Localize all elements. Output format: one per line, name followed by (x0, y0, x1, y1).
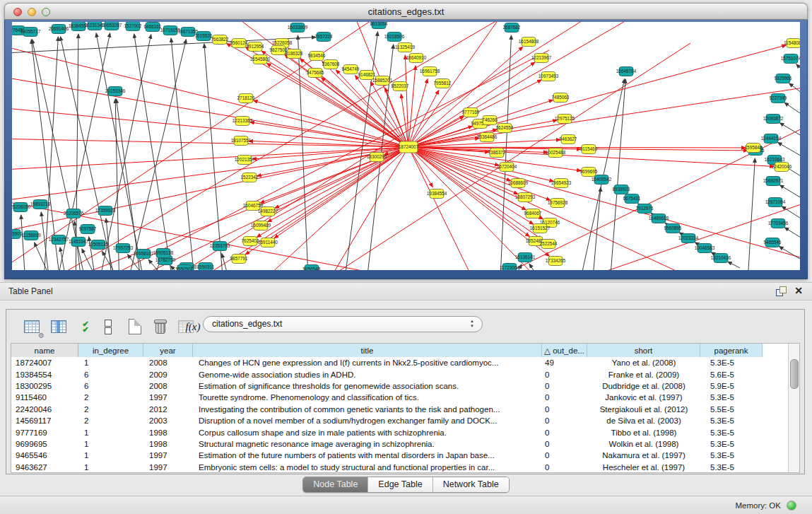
graph-node[interactable]: 9463627 (560, 135, 577, 144)
delete-table-icon[interactable] (151, 317, 170, 337)
graph-node[interactable]: 17703456 (768, 219, 789, 228)
graph-node[interactable]: 15893218 (30, 200, 51, 209)
table-row[interactable]: 946554611997Estimation of the future num… (11, 450, 789, 461)
column-header[interactable]: title (193, 344, 542, 357)
graph-node[interactable]: 3624554 (496, 124, 514, 133)
table-cell[interactable]: Yano et al. (2008) (587, 358, 700, 367)
close-icon[interactable]: ✕ (794, 285, 803, 296)
graph-node[interactable]: 9329966 (775, 74, 792, 83)
table-cell[interactable]: 22420046 (11, 405, 78, 414)
graph-node[interactable]: 19218506 (384, 33, 405, 42)
table-cell[interactable]: 9465546 (11, 451, 78, 460)
graph-node[interactable]: 7485063 (552, 93, 570, 103)
graph-node[interactable]: 20206576 (64, 209, 84, 218)
table-cell[interactable]: Estimation of significance thresholds fo… (193, 382, 542, 390)
table-cell[interactable]: 0 (542, 440, 587, 448)
graph-node[interactable]: 12505135 (88, 240, 109, 250)
table-row[interactable]: 1872400712008Changes of HCN gene express… (11, 357, 789, 368)
graph-node[interactable]: 16958107 (134, 250, 154, 259)
table-cell[interactable]: Nakamura et al. (1997) (587, 451, 700, 460)
table-cell[interactable]: 2 (78, 393, 143, 402)
show-columns-icon[interactable] (49, 317, 69, 337)
table-cell[interactable]: 0 (542, 382, 587, 390)
table-cell[interactable]: 1 (78, 451, 143, 460)
graph-node[interactable]: 16151527 (530, 224, 551, 233)
table-cell[interactable]: 0 (542, 370, 587, 379)
graph-node[interactable]: 3475685 (307, 69, 324, 78)
graph-node[interactable]: 16154808 (519, 37, 539, 47)
table-row[interactable]: 1830029562008Estimation of significance … (11, 380, 789, 392)
graph-node[interactable]: 8813054 (370, 22, 388, 29)
table-cell[interactable]: 1997 (143, 393, 193, 402)
table-cell[interactable]: 1 (78, 428, 143, 437)
graph-node[interactable]: 12975125 (555, 115, 575, 124)
table-cell[interactable]: 0 (542, 405, 587, 414)
graph-node[interactable]: 15885201 (372, 76, 393, 86)
table-cell[interactable]: 9699695 (11, 440, 78, 448)
graph-node[interactable]: 9560895 (664, 224, 682, 233)
graph-node[interactable]: 12353793 (210, 242, 230, 251)
graph-node[interactable]: 7625402 (242, 237, 259, 246)
table-cell[interactable]: 18724007 (11, 358, 78, 367)
table-cell[interactable]: 5.5E-5 (700, 405, 763, 414)
graph-node[interactable]: 9777169 (462, 108, 480, 117)
table-cell[interactable]: 2009 (143, 370, 193, 379)
table-cell[interactable]: 1 (78, 463, 143, 472)
table-cell[interactable]: Tourette syndrome. Phenomenology and cla… (193, 393, 542, 402)
table-cell[interactable]: 0 (542, 393, 587, 402)
graph-node[interactable]: 10653287 (102, 22, 122, 30)
graph-node[interactable]: 11325419 (395, 43, 415, 52)
table-cell[interactable]: 9777169 (11, 428, 78, 437)
graph-node[interactable]: 14055717 (20, 28, 41, 37)
graph-node[interactable]: 16545800 (250, 55, 271, 64)
graph-node[interactable]: 17334265 (546, 257, 566, 266)
graph-node[interactable]: 18724007 (399, 141, 419, 153)
graph-node[interactable]: 17359928 (95, 206, 116, 216)
table-cell[interactable]: 6 (78, 382, 143, 390)
network-window-titlebar[interactable]: citations_edges.txt (4, 3, 808, 20)
table-cell[interactable]: 5.3E-5 (700, 428, 763, 437)
tab-edge-table[interactable]: Edge Table (367, 477, 432, 492)
column-header[interactable]: in_degree (78, 344, 143, 357)
graph-node[interactable]: 2687682 (503, 23, 521, 33)
graph-node[interactable]: 10025488 (546, 148, 566, 158)
graph-node[interactable]: 10973493 (539, 72, 559, 81)
graph-node[interactable]: 10046583 (695, 244, 715, 253)
graph-node[interactable]: 2522544 (540, 240, 558, 249)
table-selector-dropdown[interactable]: citations_edges.txt ▲▼ (203, 316, 483, 332)
graph-node[interactable]: 9857791 (230, 255, 248, 264)
network-canvas[interactable]: 1872400712764551140557172069140618384554… (12, 22, 800, 270)
graph-node[interactable]: 12671064 (765, 198, 786, 207)
graph-node[interactable]: 10688609 (508, 179, 529, 188)
table-cell[interactable]: 14569117 (11, 416, 78, 425)
table-cell[interactable]: 9463627 (11, 463, 78, 472)
graph-node[interactable]: 9056548 (303, 265, 321, 271)
table-cell[interactable]: Franke et al. (2009) (587, 370, 700, 379)
graph-node[interactable]: 17957253 (113, 244, 134, 253)
table-cell[interactable]: 1997 (143, 451, 193, 460)
graph-node[interactable]: 9227349 (770, 94, 787, 103)
select-all-columns-icon[interactable]: ✔✔ (76, 317, 95, 337)
table-row[interactable]: 911546021997Tourette syndrome. Phenomeno… (11, 392, 789, 403)
graph-node[interactable]: 16489618 (649, 214, 669, 223)
graph-node[interactable]: 7912976 (636, 204, 654, 214)
table-cell[interactable]: 0 (542, 428, 587, 437)
table-cell[interactable]: Changes of HCN gene expression and I(f) … (193, 358, 542, 367)
table-cell[interactable]: 49 (542, 358, 587, 367)
function-builder-icon[interactable]: f(x) (183, 317, 203, 337)
graph-node[interactable]: 16033809 (288, 23, 308, 33)
table-cell[interactable]: Hescheler et al. (1997) (587, 463, 700, 472)
memory-indicator-icon[interactable] (787, 501, 796, 510)
graph-node[interactable]: 14982227 (258, 207, 278, 216)
vertical-scrollbar[interactable] (788, 344, 799, 472)
graph-node[interactable]: 16961758 (420, 67, 440, 76)
graph-node[interactable]: 1522342 (241, 173, 259, 182)
row-height-icon[interactable] (98, 317, 118, 337)
table-cell[interactable]: 1998 (143, 428, 193, 437)
column-header[interactable]: △ out_de... (542, 344, 587, 357)
graph-node[interactable]: 8912954 (247, 42, 264, 52)
graph-node[interactable]: 9699695 (580, 168, 598, 177)
graph-node[interactable]: 8522037 (392, 82, 409, 91)
table-cell[interactable]: 5.3E-5 (700, 451, 763, 460)
graph-node[interactable]: 6675431 (623, 194, 641, 204)
